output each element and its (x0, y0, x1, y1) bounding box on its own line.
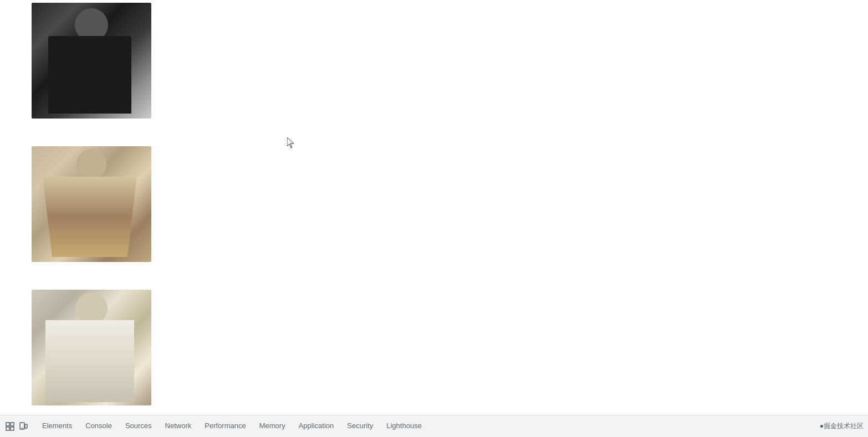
tab-security[interactable]: Security (340, 415, 380, 437)
tab-memory[interactable]: Memory (253, 415, 292, 437)
tab-network[interactable]: Network (159, 415, 198, 437)
devtools-bar: Elements Console Sources Network Perform… (0, 415, 868, 437)
svg-rect-5 (25, 424, 27, 428)
tab-performance[interactable]: Performance (198, 415, 252, 437)
svg-rect-0 (6, 423, 9, 426)
devtools-icons (4, 421, 29, 432)
svg-rect-2 (6, 427, 9, 430)
tab-application[interactable]: Application (292, 415, 341, 437)
tab-console[interactable]: Console (79, 415, 119, 437)
cursor-tool-icon[interactable] (4, 421, 16, 432)
image-1 (32, 3, 151, 119)
svg-rect-3 (11, 427, 14, 430)
image-column (32, 0, 151, 405)
devtools-branding: ●掘金技术社区 (820, 421, 864, 431)
cursor-icon (287, 137, 296, 148)
device-toggle-icon[interactable] (18, 421, 29, 432)
main-content (0, 0, 868, 415)
tab-elements[interactable]: Elements (35, 415, 79, 437)
image-2 (32, 146, 151, 262)
svg-rect-1 (11, 423, 14, 426)
tab-lighthouse[interactable]: Lighthouse (380, 415, 428, 437)
tab-sources[interactable]: Sources (119, 415, 159, 437)
devtools-tabs: Elements Console Sources Network Perform… (35, 415, 820, 437)
image-3 (32, 290, 151, 405)
